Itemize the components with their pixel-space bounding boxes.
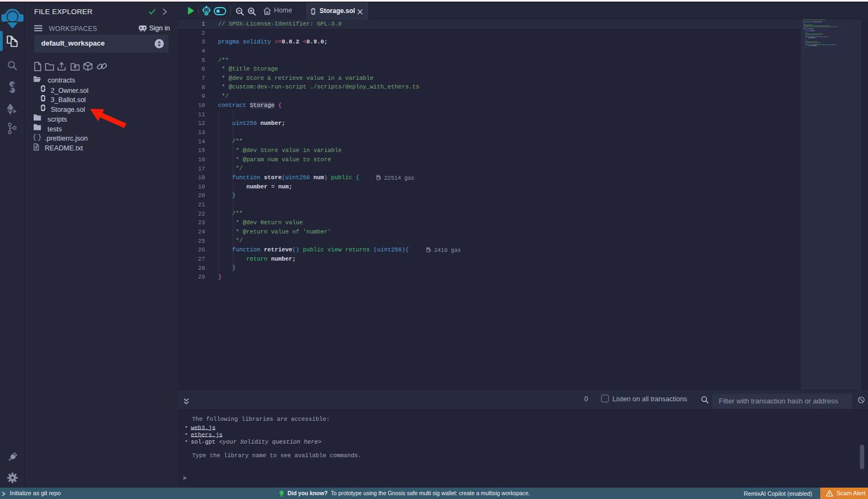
svg-text:{ }: { } xyxy=(33,134,42,141)
